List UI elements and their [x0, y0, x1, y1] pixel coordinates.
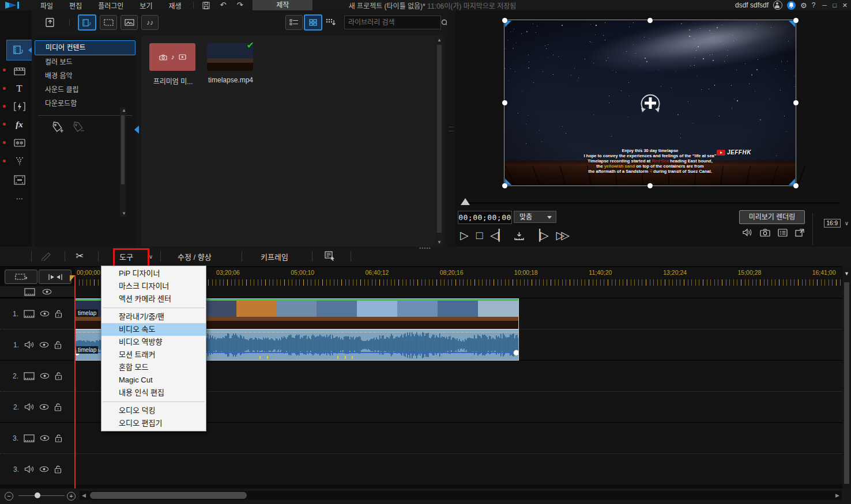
menubar-item-3[interactable]: 보기	[131, 0, 160, 11]
track-header-2-video[interactable]: 2.	[0, 360, 75, 391]
filter-media-tab[interactable]: ♪	[78, 14, 96, 31]
timelapse-media-item[interactable]: ✔	[207, 43, 253, 71]
menubar-item-4[interactable]: 재생	[160, 0, 189, 11]
menu-item-비디오-속도[interactable]: 비디오 속도	[101, 323, 206, 336]
eye-icon[interactable]	[39, 404, 49, 410]
play-button[interactable]: ▷	[460, 227, 469, 244]
sidebar-item-transition-room-icon[interactable]	[7, 97, 32, 116]
minimize-button[interactable]: ─	[822, 2, 827, 9]
timecode-display[interactable]: 00;00;00;00	[458, 211, 512, 224]
storyboard-icon[interactable]	[324, 251, 336, 261]
menu-item-잘라내기-줌-팬[interactable]: 잘라내기/줌/팬	[101, 310, 206, 323]
undo-icon[interactable]: ↶	[215, 0, 232, 10]
notifications-bell-icon[interactable]	[787, 1, 796, 10]
zoom-slider-thumb[interactable]	[35, 492, 40, 498]
selection-handle[interactable]	[793, 183, 799, 188]
category-scrollbar[interactable]: ▲▼	[120, 107, 126, 217]
grid-view-icon[interactable]	[304, 14, 322, 31]
hscroll-thumb[interactable]	[90, 492, 247, 499]
timeline-lane-5[interactable]	[75, 453, 842, 484]
volume-keyframe[interactable]	[513, 350, 518, 356]
panel-resize-handle[interactable]: ⋮⋮	[447, 10, 455, 247]
eye-icon[interactable]	[40, 310, 50, 317]
selection-handle[interactable]	[502, 183, 507, 188]
lock-icon[interactable]	[55, 372, 62, 380]
split-scissors-icon[interactable]: ✂	[76, 250, 84, 262]
menu-item-마스크-디자이너[interactable]: 마스크 디자이너	[101, 280, 206, 293]
menubar-item-2[interactable]: 플러그인	[90, 0, 131, 11]
lock-icon[interactable]	[55, 309, 62, 318]
eye-icon[interactable]	[39, 342, 49, 348]
track-header-1-audio[interactable]: 1.	[0, 329, 75, 360]
menu-item-모션-트래커[interactable]: 모션 트래커	[101, 348, 206, 361]
track-header-3-audio[interactable]: 3.	[0, 453, 75, 484]
lock-icon[interactable]	[54, 340, 62, 349]
menu-item-내용-인식-편집[interactable]: 내용 인식 편집	[101, 386, 206, 399]
maximize-button[interactable]: □	[833, 2, 837, 9]
chevron-down-icon[interactable]: ∨	[845, 220, 849, 226]
selection-handle[interactable]	[502, 18, 507, 23]
timeline-vscrollbar[interactable]: ▼	[842, 266, 851, 488]
rotate-handle-icon[interactable]	[635, 88, 665, 118]
import-media-icon[interactable]	[40, 17, 61, 28]
menu-item-Magic-Cut[interactable]: Magic Cut	[101, 374, 206, 386]
filter-video-tab[interactable]	[100, 15, 117, 30]
trim-tool-button[interactable]	[39, 270, 71, 284]
selection-handle[interactable]	[793, 100, 799, 105]
volume-icon[interactable]	[742, 228, 752, 237]
zoom-out-button[interactable]: −	[5, 492, 13, 501]
add-tag-icon[interactable]	[52, 122, 65, 133]
aspect-ratio-selector[interactable]: 16:9	[824, 219, 841, 228]
collapse-panel-icon[interactable]	[134, 126, 139, 134]
next-frame-button[interactable]: ▕▷	[532, 227, 548, 244]
account-avatar-icon[interactable]	[773, 1, 782, 10]
previous-frame-button[interactable]: ◁▏	[490, 227, 507, 244]
design-pen-icon[interactable]	[40, 251, 52, 261]
menu-item-오디오-덕킹[interactable]: 오디오 덕킹	[101, 404, 206, 417]
menu-item-비디오-역방향[interactable]: 비디오 역방향	[101, 336, 206, 348]
library-search-input[interactable]	[345, 18, 441, 26]
redo-icon[interactable]: ↷	[231, 0, 248, 10]
track-header-2-audio[interactable]: 2.	[0, 391, 75, 422]
eye-icon[interactable]	[40, 373, 50, 379]
selection-handle[interactable]	[502, 100, 507, 105]
media-info-icon[interactable]	[778, 229, 788, 237]
stop-button[interactable]: □	[476, 227, 483, 244]
lock-icon[interactable]	[54, 465, 62, 473]
sort-icon[interactable]	[326, 18, 336, 26]
keyframe-button[interactable]: 키프레임	[261, 251, 288, 262]
settings-gear-icon[interactable]: ⚙	[800, 1, 807, 10]
selection-handle[interactable]	[647, 18, 653, 23]
playhead[interactable]	[74, 275, 76, 488]
list-view-icon[interactable]	[285, 15, 303, 30]
sidebar-item-title-room-icon[interactable]: T	[7, 79, 32, 98]
eye-icon[interactable]	[40, 435, 50, 441]
chevron-down-icon[interactable]: ∨	[149, 253, 153, 260]
selection-handle[interactable]	[647, 183, 653, 188]
premium-media-item[interactable]: ♪	[149, 43, 195, 71]
vscroll-thumb[interactable]	[844, 282, 849, 484]
category-3[interactable]: 사운드 클립	[35, 83, 135, 97]
zoom-in-button[interactable]: +	[67, 492, 76, 501]
snapshot-camera-icon[interactable]	[760, 229, 770, 237]
eye-icon[interactable]	[42, 289, 52, 295]
fix-enhance-button[interactable]: 수정 / 향상	[178, 251, 212, 262]
preview-seek-bar[interactable]	[458, 197, 848, 206]
sidebar-item-effect-room-icon[interactable]: fx	[7, 115, 32, 134]
eye-icon[interactable]	[39, 466, 49, 472]
track-manager-button[interactable]	[5, 270, 37, 284]
snapshot-marker-button[interactable]	[514, 231, 524, 240]
filter-photo-tab[interactable]	[121, 15, 138, 30]
menu-item-액션-카메라-센터[interactable]: 액션 카메라 센터	[101, 293, 206, 305]
lock-icon[interactable]	[54, 403, 62, 411]
sidebar-item-overlay-room-icon[interactable]: ✲✲	[7, 133, 32, 153]
menu-item-혼합-모드[interactable]: 혼합 모드	[101, 361, 206, 374]
save-icon[interactable]	[197, 2, 215, 9]
sidebar-item-particle-room-icon[interactable]	[7, 151, 32, 171]
detach-window-icon[interactable]	[795, 229, 805, 237]
remove-tag-icon[interactable]	[73, 122, 85, 133]
lock-icon[interactable]	[55, 434, 62, 442]
close-button[interactable]: ✕	[842, 2, 848, 9]
playhead-marker[interactable]	[70, 275, 75, 282]
menubar-item-1[interactable]: 편집	[61, 0, 90, 11]
